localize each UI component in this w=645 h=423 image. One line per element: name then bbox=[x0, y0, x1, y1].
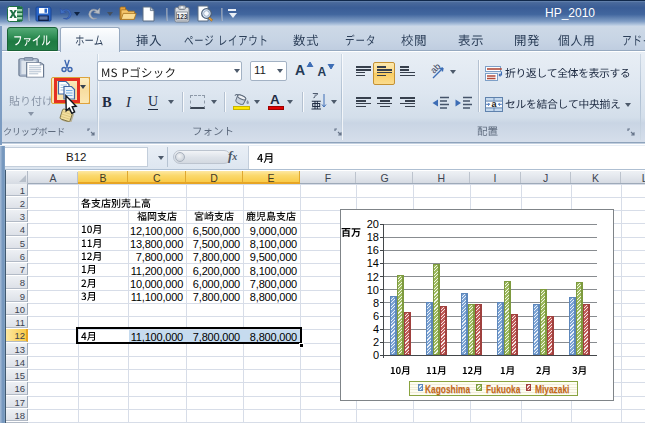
svg-text:ab: ab bbox=[431, 63, 442, 76]
svg-text:123: 123 bbox=[177, 12, 188, 19]
